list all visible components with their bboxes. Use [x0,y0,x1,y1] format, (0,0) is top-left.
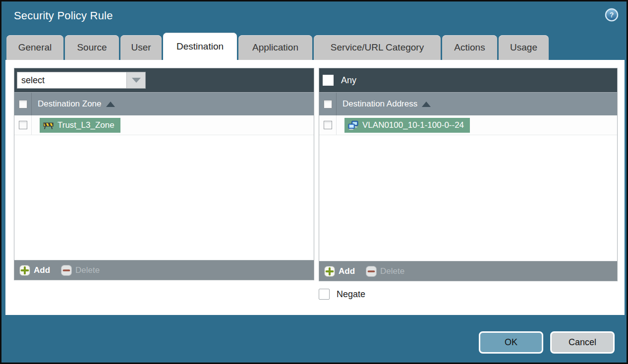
cancel-button[interactable]: Cancel [550,331,615,354]
table-row[interactable]: VLAN0100_10-1-100-0--24 [319,115,617,135]
zone-column-title: Destination Zone [38,99,102,109]
destination-address-panel: Any Destination Address [319,68,618,281]
add-icon [19,265,30,276]
zone-row-checkbox-cell [14,115,32,135]
any-label: Any [341,75,356,86]
address-select-all-cell [319,93,337,115]
address-column-title-wrap[interactable]: Destination Address [337,99,431,109]
zone-select-all-cell [14,93,32,115]
svg-text:?: ? [610,11,614,19]
address-column-header: Destination Address [319,92,617,115]
destination-tab-content: Destination Zone [5,60,625,315]
zone-chip-label: Trust_L3_Zone [57,120,114,130]
address-add-label: Add [339,266,355,276]
tab-application[interactable]: Application [238,35,312,60]
zone-panel-header [14,68,314,92]
address-delete-label: Delete [380,266,404,276]
zone-row-checkbox[interactable] [19,121,27,129]
destination-zone-panel: Destination Zone [14,68,314,280]
add-icon [324,266,335,277]
security-policy-rule-dialog: Security Policy Rule ? General Source Us… [0,0,628,364]
tab-usage[interactable]: Usage [499,35,549,60]
address-select-all-checkbox[interactable] [324,100,332,108]
zone-add-button[interactable]: Add [19,265,50,276]
zone-filter-input[interactable] [17,72,126,88]
tab-source[interactable]: Source [65,35,119,60]
sort-asc-icon [106,102,115,107]
address-delete-button[interactable]: Delete [366,266,404,277]
zone-icon [43,121,54,130]
zone-panel-footer: Add Delete [14,260,314,280]
negate-control: Negate [319,289,365,300]
address-row-checkbox[interactable] [324,121,332,129]
tab-user[interactable]: User [120,35,162,60]
sort-asc-icon [422,102,431,107]
dialog-title: Security Policy Rule [14,9,113,22]
ok-button[interactable]: OK [479,331,543,354]
address-column-title: Destination Address [343,99,417,109]
zone-rows: Trust_L3_Zone [14,115,314,260]
chevron-down-icon [132,78,141,83]
negate-label: Negate [337,289,365,300]
negate-checkbox[interactable] [319,289,330,300]
address-chip-label: VLAN0100_10-1-100-0--24 [362,120,464,130]
zone-column-header: Destination Zone [14,92,314,115]
zone-filter-combobox [17,72,146,89]
address-rows: VLAN0100_10-1-100-0--24 [319,115,617,261]
zone-delete-label: Delete [75,265,100,275]
network-icon [348,120,358,130]
table-row[interactable]: Trust_L3_Zone [14,115,314,135]
any-checkbox[interactable] [323,75,334,86]
zone-filter-dropdown-button[interactable] [126,72,145,88]
tab-destination[interactable]: Destination [163,33,237,60]
help-icon[interactable]: ? [605,8,619,22]
minus-icon [61,265,72,276]
zone-column-title-wrap[interactable]: Destination Zone [32,99,115,109]
minus-icon [366,266,377,277]
address-panel-header: Any [319,68,617,92]
title-bar: Security Policy Rule ? [1,1,627,32]
address-chip[interactable]: VLAN0100_10-1-100-0--24 [344,118,470,133]
zone-delete-button[interactable]: Delete [61,265,100,276]
address-row-checkbox-cell [319,115,337,135]
tab-general[interactable]: General [6,35,63,60]
address-panel-footer: Add Delete [319,261,617,281]
zone-add-label: Add [34,265,50,275]
zone-select-all-checkbox[interactable] [19,100,27,108]
address-add-button[interactable]: Add [324,266,355,277]
zone-chip[interactable]: Trust_L3_Zone [40,118,120,133]
tab-service-url-category[interactable]: Service/URL Category [314,35,441,60]
tab-actions[interactable]: Actions [442,35,497,60]
